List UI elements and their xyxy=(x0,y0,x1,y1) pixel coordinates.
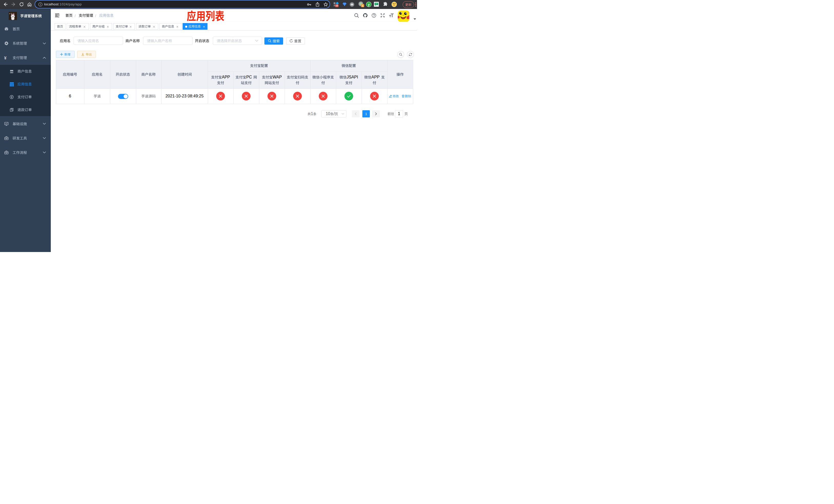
svg-text:1: 1 xyxy=(362,5,363,7)
svg-text:y: y xyxy=(368,3,370,6)
svg-text:10: 10 xyxy=(336,4,338,7)
